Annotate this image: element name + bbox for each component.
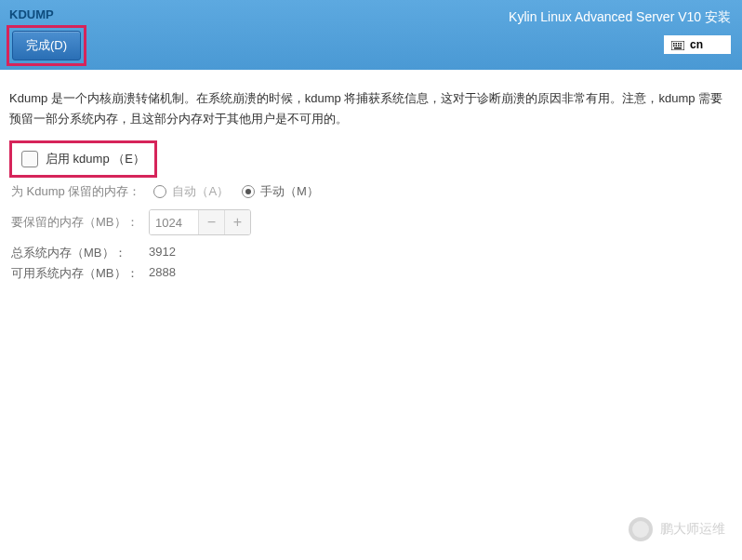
radio-auto-group[interactable]: 自动（A） — [153, 183, 229, 200]
done-button-highlight: 完成(D) — [7, 25, 86, 66]
usable-memory-row: 可用系统内存（MB）： 2888 — [9, 265, 733, 282]
svg-rect-7 — [678, 46, 680, 47]
svg-rect-8 — [680, 46, 682, 47]
keyboard-layout-indicator[interactable]: cn — [664, 35, 731, 54]
reserved-memory-row: 为 Kdump 保留的内存： 自动（A） 手动（M） — [9, 183, 733, 200]
total-memory-label: 总系统内存（MB）： — [11, 245, 141, 261]
radio-manual[interactable] — [242, 185, 255, 198]
reserve-memory-spinner: − + — [149, 209, 251, 235]
total-memory-value: 3912 — [149, 245, 176, 261]
reserved-memory-label: 为 Kdump 保留的内存： — [11, 183, 140, 200]
watermark-icon — [629, 517, 653, 541]
header-bar: KDUMP 完成(D) Kylin Linux Advanced Server … — [0, 0, 742, 70]
kdump-description: Kdump 是一个内核崩溃转储机制。在系统崩溃的时候，kdump 将捕获系统信息… — [9, 88, 733, 129]
svg-rect-2 — [675, 43, 677, 45]
total-memory-row: 总系统内存（MB）： 3912 — [9, 245, 733, 261]
enable-kdump-highlight: 启用 kdump （E） — [9, 140, 157, 178]
watermark-text: 鹏大师运维 — [660, 521, 725, 538]
svg-rect-6 — [675, 46, 677, 47]
header-left: KDUMP 完成(D) — [0, 0, 86, 66]
keyboard-icon — [671, 40, 684, 49]
watermark: 鹏大师运维 — [629, 517, 725, 541]
header-right: Kylin Linux Advanced Server V10 安装 cn — [509, 9, 731, 54]
installer-title: Kylin Linux Advanced Server V10 安装 — [509, 9, 731, 26]
lang-code: cn — [690, 38, 703, 51]
reserve-memory-input[interactable] — [150, 210, 198, 234]
spin-increase-button[interactable]: + — [224, 210, 250, 234]
svg-rect-4 — [680, 43, 682, 45]
usable-memory-label: 可用系统内存（MB）： — [11, 265, 141, 282]
spin-decrease-button[interactable]: − — [198, 210, 224, 234]
reserve-memory-label: 要保留的内存（MB）： — [11, 214, 141, 231]
reserve-memory-row: 要保留的内存（MB）： − + — [9, 209, 733, 235]
radio-manual-label: 手动（M） — [260, 183, 319, 200]
radio-auto-label: 自动（A） — [172, 183, 229, 200]
enable-kdump-checkbox[interactable] — [21, 151, 38, 167]
usable-memory-value: 2888 — [149, 265, 176, 282]
radio-manual-group[interactable]: 手动（M） — [242, 183, 319, 200]
enable-kdump-label: 启用 kdump （E） — [46, 151, 145, 167]
svg-rect-5 — [673, 46, 675, 47]
page-title: KDUMP — [7, 7, 86, 21]
svg-rect-1 — [673, 43, 675, 45]
radio-auto[interactable] — [153, 185, 166, 198]
main-content: Kdump 是一个内核崩溃转储机制。在系统崩溃的时候，kdump 将捕获系统信息… — [0, 70, 742, 295]
done-button[interactable]: 完成(D) — [12, 31, 81, 60]
svg-rect-9 — [674, 47, 682, 49]
svg-rect-3 — [678, 43, 680, 45]
